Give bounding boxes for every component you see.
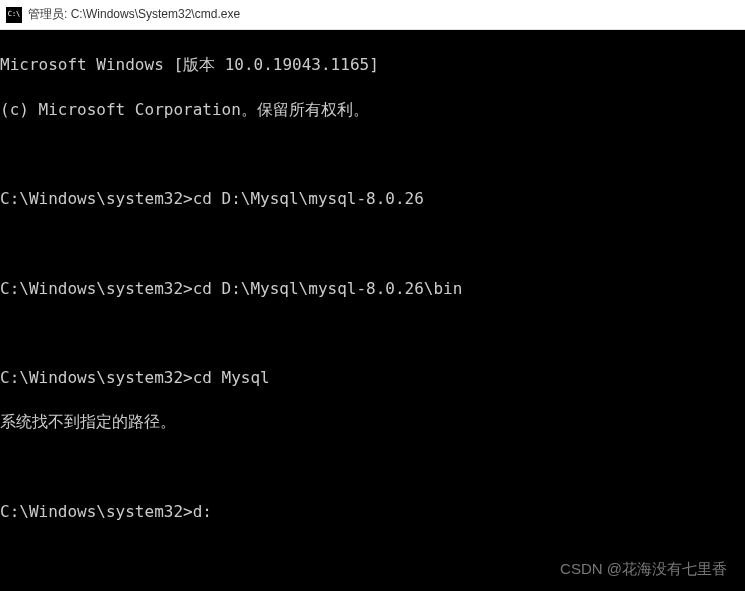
terminal-line (0, 144, 745, 166)
window-titlebar[interactable]: 管理员: C:\Windows\System32\cmd.exe (0, 0, 745, 30)
cmd-icon (6, 7, 22, 23)
terminal-output[interactable]: Microsoft Windows [版本 10.0.19043.1165] (… (0, 30, 745, 591)
terminal-line (0, 233, 745, 255)
terminal-line: C:\Windows\system32>cd D:\Mysql\mysql-8.… (0, 278, 745, 300)
terminal-line: C:\Windows\system32>cd D:\Mysql\mysql-8.… (0, 188, 745, 210)
terminal-line: 系统找不到指定的路径。 (0, 411, 745, 433)
window-title: 管理员: C:\Windows\System32\cmd.exe (28, 6, 240, 23)
terminal-line: (c) Microsoft Corporation。保留所有权利。 (0, 99, 745, 121)
terminal-line: Microsoft Windows [版本 10.0.19043.1165] (0, 54, 745, 76)
terminal-line: C:\Windows\system32>d: (0, 501, 745, 523)
terminal-line (0, 456, 745, 478)
csdn-watermark: CSDN @花海没有七里香 (560, 560, 727, 579)
terminal-line (0, 322, 745, 344)
terminal-line: C:\Windows\system32>cd Mysql (0, 367, 745, 389)
